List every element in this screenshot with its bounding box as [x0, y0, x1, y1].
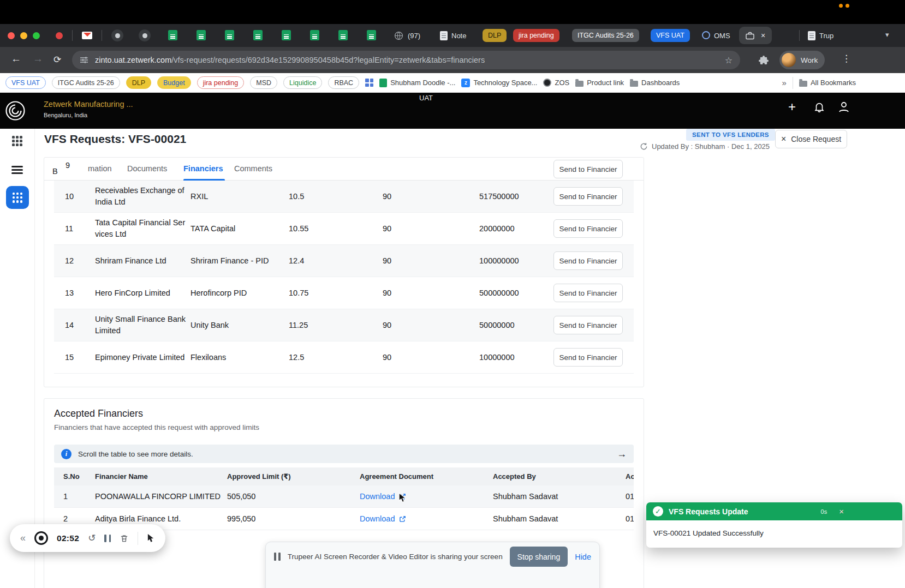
tab-group-vfs-uat[interactable]: VFS UAT [651, 29, 690, 42]
note-tab-icon[interactable] [440, 31, 448, 40]
org-name[interactable]: Zetwerk Manufacturing ... [44, 100, 133, 109]
sheets-tab-icon[interactable] [197, 30, 206, 40]
bookmark-technology-space[interactable]: zTechnology Space... [461, 79, 537, 87]
send-to-financier-button[interactable]: Send to Financier [553, 316, 623, 334]
tab-financiers[interactable]: Financiers [183, 164, 223, 173]
window-zoom-button[interactable] [33, 32, 40, 39]
sheets-tab-icon[interactable] [310, 30, 319, 40]
tab-group-jira-pending[interactable]: jira pending [513, 29, 559, 42]
toast-notification: ✓ VFS Requests Update 0s × VFS-00021 Upd… [646, 502, 902, 548]
amount: 100000000 [479, 256, 553, 265]
active-tab[interactable]: × [739, 27, 772, 44]
sheets-tab-icon[interactable] [225, 30, 234, 40]
browser-menu-kebab-icon[interactable]: ⋮ [842, 53, 851, 64]
bookmark-liquidice[interactable]: Liquidice [283, 76, 322, 89]
financier-name: Hero FinCorp Limited [95, 284, 187, 303]
bookmark-zos[interactable]: ZOS [543, 79, 569, 87]
delete-recording-icon[interactable] [120, 533, 129, 543]
sheets-tab-icon[interactable] [253, 30, 263, 40]
tab-group-itgc-audits[interactable]: ITGC Audits 25-26 [572, 29, 639, 42]
address-bar[interactable]: zinto.uat.zetwerk.com/vfs-request/reques… [72, 51, 740, 69]
apps-grid-icon[interactable] [365, 79, 373, 87]
bookmarks-overflow-chevron[interactable]: » [782, 78, 787, 87]
pinned-tab-icon[interactable] [139, 29, 151, 41]
app-sidebar [0, 129, 35, 588]
send-to-financier-button[interactable]: Send to Financier [553, 187, 623, 206]
updated-by-text: Updated By : Shubham · Dec 1, 2025 [652, 142, 770, 151]
forward-button[interactable]: → [33, 53, 43, 65]
stop-sharing-button[interactable]: Stop sharing [510, 547, 568, 567]
reload-button[interactable]: ⟳ [53, 54, 61, 65]
send-to-financier-button[interactable]: Send to Financier [553, 160, 623, 178]
collapse-chevrons-icon[interactable]: « [20, 532, 26, 544]
sheets-tab-icon[interactable] [367, 30, 376, 40]
tab-count[interactable]: (97) [408, 32, 420, 40]
window-close-button[interactable] [8, 32, 15, 39]
window-minimize-button[interactable] [20, 32, 27, 39]
sidebar-hamburger-icon[interactable] [11, 166, 23, 174]
table-row: 10 Receivables Exchange of India Ltd RXI… [54, 181, 634, 213]
tab-oms[interactable]: OMS [714, 32, 730, 40]
oms-tab-icon[interactable] [702, 31, 710, 39]
bookmark-folder-product-link[interactable]: Product link [575, 79, 624, 87]
tab-documents[interactable]: Documents [127, 164, 167, 173]
gmail-tab-icon[interactable] [82, 32, 92, 39]
scroll-right-arrow-icon[interactable]: → [617, 448, 627, 460]
all-bookmarks[interactable]: All Bookmarks [799, 79, 856, 87]
notification-dot [846, 4, 849, 8]
cursor-tool-icon[interactable] [147, 533, 155, 543]
refresh-icon[interactable] [640, 142, 648, 151]
bookmark-star-icon[interactable]: ☆ [725, 55, 733, 65]
screen-sharing-banner: Trupeer AI Screen Recorder & Video Edito… [265, 542, 600, 588]
account-person-icon[interactable] [837, 100, 850, 113]
bookmark-itgc-audits[interactable]: ITGC Audits 25-26 [52, 76, 120, 89]
extensions-puzzle-icon[interactable] [759, 55, 769, 65]
record-stop-button[interactable] [34, 531, 48, 545]
window-titlebar [0, 0, 905, 24]
tab-comments[interactable]: Comments [234, 164, 272, 173]
bookmark-shubham-doodle[interactable]: Shubham Doodle -... [379, 79, 455, 87]
tab-information-partial[interactable]: mation [88, 164, 112, 173]
close-request-button[interactable]: × Close Request [775, 130, 847, 148]
notifications-bell-icon[interactable] [813, 101, 825, 113]
sheets-tab-icon[interactable] [282, 30, 291, 40]
toast-close-icon[interactable]: × [839, 507, 844, 516]
module-grid-icon [13, 193, 23, 203]
tab-close-icon[interactable]: × [761, 31, 765, 40]
financier-name: Shriram Finance Ltd [95, 251, 187, 271]
app-launcher-grid-icon[interactable] [12, 136, 22, 146]
send-to-financier-button[interactable]: Send to Financier [553, 348, 623, 367]
col-sno: S.No [54, 472, 95, 481]
bookmark-dlp[interactable]: DLP [126, 76, 151, 89]
hide-banner-link[interactable]: Hide [575, 553, 591, 561]
sheets-icon [379, 79, 387, 87]
back-button[interactable]: ← [11, 53, 21, 65]
tab-group-dlp[interactable]: DLP [483, 29, 507, 42]
tab-note[interactable]: Note [451, 32, 466, 40]
send-to-financier-button[interactable]: Send to Financier [553, 284, 623, 302]
bookmark-jira-pending[interactable]: jira pending [197, 76, 245, 89]
bookmark-vfs-uat[interactable]: VFS UAT [5, 76, 46, 89]
send-to-financier-button[interactable]: Send to Financier [553, 219, 623, 238]
download-agreement-link[interactable]: Download [360, 514, 406, 523]
col-accepted-on-partial: Acc [626, 472, 634, 481]
sheets-tab-icon[interactable] [338, 30, 348, 40]
amount: 10000000 [479, 353, 553, 362]
tab-list-chevron-icon[interactable]: ▾ [885, 31, 889, 39]
bookmark-folder-dashboards[interactable]: Dashboards [630, 79, 680, 87]
pause-recording-icon[interactable] [104, 535, 111, 542]
tenure: 90 [383, 224, 479, 233]
pinned-tab-icon[interactable] [111, 29, 123, 41]
sidebar-item-active-module[interactable] [6, 186, 29, 209]
bookmark-rbac[interactable]: RBAC [328, 76, 359, 89]
create-new-icon[interactable]: + [788, 99, 796, 115]
site-info-icon[interactable] [80, 56, 88, 64]
tab-trup[interactable]: Trup [819, 32, 833, 40]
sheets-tab-icon[interactable] [168, 30, 177, 40]
trup-tab-icon[interactable] [808, 31, 815, 40]
bookmark-budget[interactable]: Budget [157, 76, 191, 89]
profile-chip[interactable]: Work [779, 51, 825, 69]
restart-recording-icon[interactable]: ↺ [88, 532, 96, 544]
send-to-financier-button[interactable]: Send to Financier [553, 251, 623, 270]
bookmark-msd[interactable]: MSD [250, 76, 277, 89]
